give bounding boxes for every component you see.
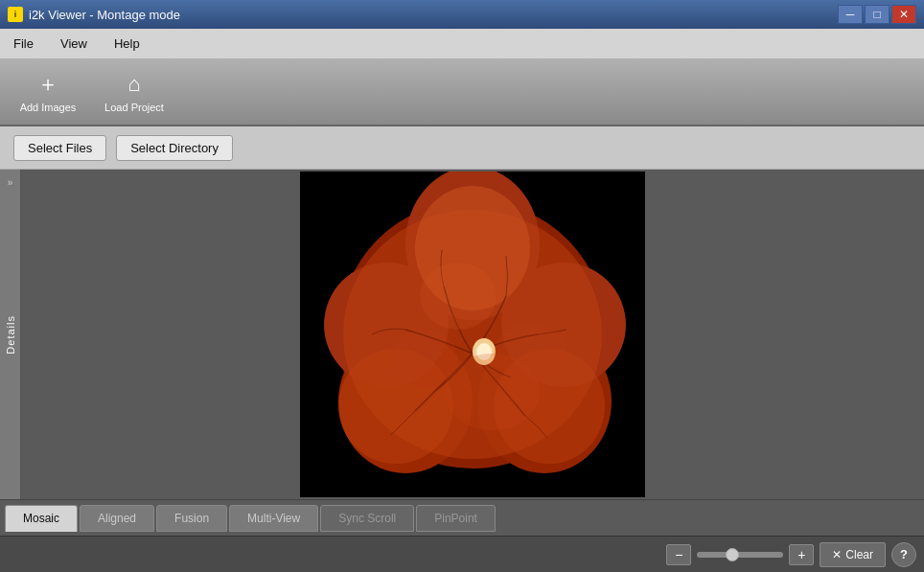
title-left: i i2k Viewer - Montage mode [8,7,180,22]
tab-pinpoint: PinPoint [416,505,496,532]
main-content: » Details [0,170,924,499]
maximize-button[interactable]: □ [865,5,889,24]
zoom-in-button[interactable]: + [789,544,814,565]
tab-mosaic[interactable]: Mosaic [5,505,78,532]
zoom-slider[interactable] [697,552,783,558]
menu-bar: File View Help [0,29,924,59]
load-project-icon: ⌂ [121,71,148,98]
details-label: Details [5,315,16,355]
tab-bar: MosaicAlignedFusionMulti-ViewSync Scroll… [0,499,924,536]
tab-fusion[interactable]: Fusion [156,505,227,532]
svg-point-14 [420,263,497,330]
load-project-label: Load Project [104,102,164,113]
details-sidebar[interactable]: » Details [0,170,21,499]
retinal-image [300,172,645,497]
zoom-out-button[interactable]: − [666,544,691,565]
zoom-thumb [726,548,739,561]
file-select-bar: Select Files Select Directory [0,126,924,170]
toolbar: ＋ Add Images ⌂ Load Project [0,59,924,126]
minimize-button[interactable]: ─ [838,5,863,24]
details-expand-arrow: » [8,177,13,188]
add-images-button[interactable]: ＋ Add Images [10,65,86,119]
select-directory-button[interactable]: Select Directory [116,135,233,161]
menu-file[interactable]: File [0,29,47,58]
title-bar: i i2k Viewer - Montage mode ─ □ ✕ [0,0,924,29]
clear-button[interactable]: ✕ Clear [820,542,886,567]
tab-multi-view[interactable]: Multi-View [229,505,318,532]
help-button[interactable]: ? [891,542,916,567]
menu-view[interactable]: View [47,29,101,58]
tab-sync-scroll: Sync Scroll [320,505,414,532]
add-images-icon: ＋ [35,71,61,98]
clear-label: Clear [845,548,873,561]
close-button[interactable]: ✕ [891,5,916,24]
tab-aligned[interactable]: Aligned [80,505,154,532]
status-bar: − + ✕ Clear ? [0,536,924,572]
app-icon: i [8,7,23,22]
retinal-svg [300,172,645,497]
menu-help[interactable]: Help [101,29,153,58]
zoom-slider-container [697,552,783,558]
load-project-button[interactable]: ⌂ Load Project [96,65,173,119]
window-title: i2k Viewer - Montage mode [29,8,180,22]
svg-point-16 [391,330,458,387]
svg-point-17 [494,323,566,384]
select-files-button[interactable]: Select Files [13,135,106,161]
image-area [21,170,924,499]
add-images-label: Add Images [20,102,77,113]
clear-icon: ✕ [832,548,842,561]
title-controls: ─ □ ✕ [838,5,916,24]
